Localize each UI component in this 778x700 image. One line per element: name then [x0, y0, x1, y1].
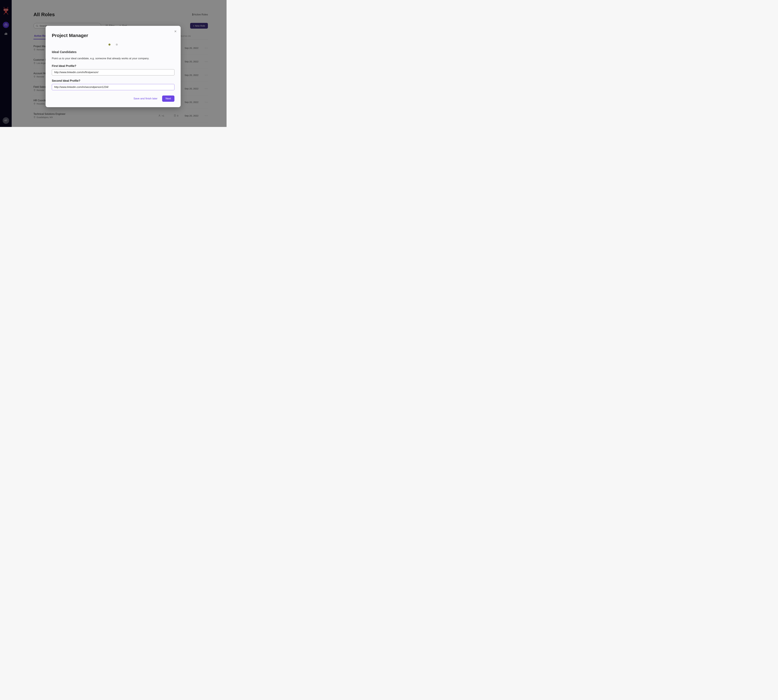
- step-dot-2: [116, 43, 118, 46]
- step-indicator: [52, 43, 174, 46]
- section-title: Ideal Candidates: [52, 50, 174, 54]
- modal-close-button[interactable]: ×: [174, 29, 177, 33]
- first-profile-input[interactable]: [52, 69, 174, 75]
- step-dot-1: [109, 43, 110, 46]
- second-profile-input[interactable]: [52, 84, 174, 90]
- modal-title: Project Manager: [52, 33, 174, 38]
- modal-ideal-candidates: × Project Manager Ideal Candidates Point…: [45, 26, 181, 107]
- second-profile-label: Second Ideal Profile?: [52, 79, 174, 82]
- section-description: Point us to your ideal candidate, e.g. s…: [52, 57, 174, 60]
- next-button[interactable]: Next: [162, 95, 174, 102]
- save-finish-later-button[interactable]: Save and finish later: [134, 97, 157, 100]
- first-profile-label: First Ideal Profile?: [52, 64, 174, 68]
